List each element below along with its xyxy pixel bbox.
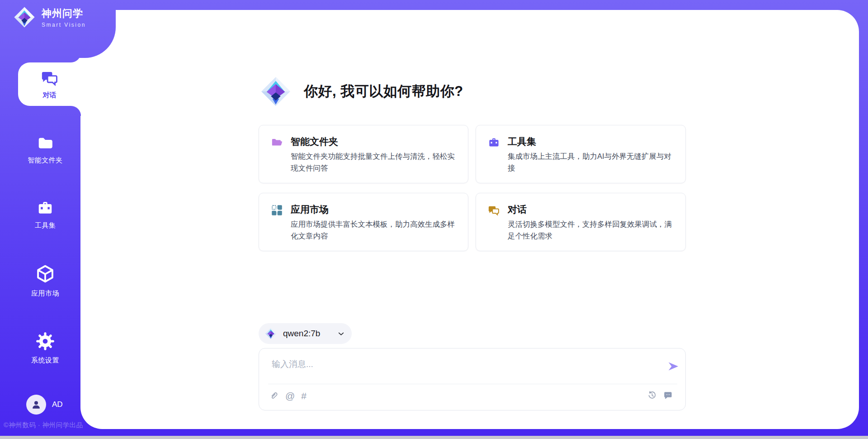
avatar xyxy=(26,395,46,415)
assistant-diamond-logo-icon xyxy=(260,76,291,107)
tab-notch-bottom xyxy=(71,106,81,116)
attachment-icon[interactable] xyxy=(269,391,279,401)
sidebar-item-chat[interactable]: 对话 xyxy=(18,62,81,106)
card-title: 工具集 xyxy=(508,135,536,148)
user-profile[interactable]: AD xyxy=(26,395,63,415)
app-market-icon xyxy=(35,263,56,284)
card-description: 灵活切换多模型文件，支持多样回复效果调试，满足个性化需求 xyxy=(508,219,676,242)
brand-subtitle: Smart Vision xyxy=(42,22,86,28)
folder-icon xyxy=(271,136,283,148)
mention-icon[interactable]: @ xyxy=(285,390,295,402)
composer-divider xyxy=(268,384,677,384)
model-name: qwen2:7b xyxy=(283,329,330,339)
card-chat[interactable]: 对话 灵活切换多模型文件，支持多样回复效果调试，满足个性化需求 xyxy=(476,193,686,251)
send-icon[interactable] xyxy=(667,360,679,372)
sidebar-item-smart-folder[interactable]: 智能文件夹 xyxy=(5,134,86,165)
chevron-down-icon xyxy=(337,329,345,338)
card-title: 对话 xyxy=(508,203,527,216)
chat-icon xyxy=(488,204,500,216)
sidebar-item-label: 应用市场 xyxy=(31,289,59,298)
brand: 神州问学 Smart Vision xyxy=(14,6,86,28)
sidebar-item-label: 对话 xyxy=(43,91,57,100)
card-title: 智能文件夹 xyxy=(291,135,338,148)
model-selector[interactable]: qwen2:7b xyxy=(259,323,352,344)
greeting: 你好, 我可以如何帮助你? xyxy=(260,76,463,107)
app-market-icon xyxy=(271,204,283,216)
chat-icon xyxy=(41,69,59,87)
folder-icon xyxy=(37,134,54,151)
copyright-footer: ©神州数码 · 神州问学出品 xyxy=(4,421,90,429)
toolbox-icon xyxy=(37,199,54,216)
sidebar-item-label: 系统设置 xyxy=(31,356,59,365)
greeting-title: 你好, 我可以如何帮助你? xyxy=(304,82,463,101)
sidebar-item-system-settings[interactable]: 系统设置 xyxy=(5,331,86,365)
card-toolset[interactable]: 工具集 集成市场上主流工具，助力AI与外界无缝扩展与对接 xyxy=(476,125,686,183)
card-description: 应用市场提供丰富长文本模板，助力高效生成多样化文章内容 xyxy=(291,219,459,242)
user-initials: AD xyxy=(52,400,63,409)
card-description: 智能文件夹功能支持批量文件上传与清洗，轻松实现文件问答 xyxy=(291,151,459,174)
sidebar-item-app-market[interactable]: 应用市场 xyxy=(5,263,86,298)
model-diamond-icon xyxy=(265,328,277,339)
toolbox-icon xyxy=(488,136,500,148)
person-icon xyxy=(30,399,42,410)
card-title: 应用市场 xyxy=(291,203,329,216)
history-icon[interactable] xyxy=(647,390,657,401)
window-bottom-edge xyxy=(0,436,868,439)
feedback-icon[interactable] xyxy=(663,390,673,401)
brand-diamond-logo-icon xyxy=(14,6,35,28)
topic-icon[interactable]: # xyxy=(301,390,307,402)
card-app-market[interactable]: 应用市场 应用市场提供丰富长文本模板，助力高效生成多样化文章内容 xyxy=(259,193,468,251)
card-description: 集成市场上主流工具，助力AI与外界无缝扩展与对接 xyxy=(508,151,676,174)
sidebar-item-label: 工具集 xyxy=(35,221,56,230)
card-smart-folder[interactable]: 智能文件夹 智能文件夹功能支持批量文件上传与清洗，轻松实现文件问答 xyxy=(259,125,468,183)
sidebar-item-toolset[interactable]: 工具集 xyxy=(5,199,86,230)
brand-name: 神州问学 xyxy=(42,7,86,20)
message-input[interactable] xyxy=(272,357,651,372)
gear-icon xyxy=(35,331,55,351)
message-composer: @ # xyxy=(259,348,686,410)
sidebar-item-label: 智能文件夹 xyxy=(28,156,63,165)
